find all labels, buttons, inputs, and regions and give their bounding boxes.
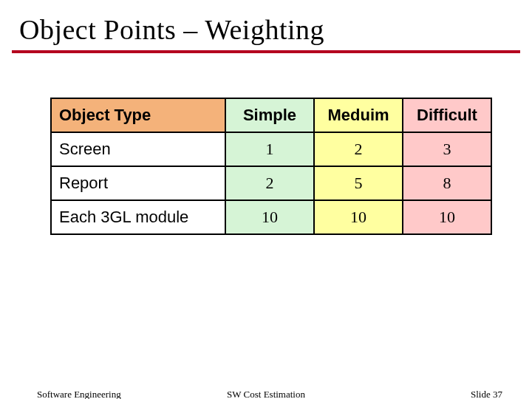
row-label: Each 3GL module <box>51 200 225 234</box>
title-underline <box>12 50 520 53</box>
cell-value: 1 <box>225 132 314 166</box>
row-label: Report <box>51 166 225 200</box>
col-header-difficult: Difficult <box>403 98 491 132</box>
slide-title: Object Points – Weighting <box>0 0 532 50</box>
cell-value: 2 <box>314 132 403 166</box>
cell-value: 10 <box>225 200 314 234</box>
slide: Object Points – Weighting Object Type Si… <box>0 0 532 399</box>
col-header-simple: Simple <box>225 98 314 132</box>
weighting-table-wrap: Object Type Simple Meduim Difficult Scre… <box>50 98 502 235</box>
cell-value: 8 <box>403 166 491 200</box>
cell-value: 3 <box>403 132 491 166</box>
footer-right: Slide 37 <box>471 389 502 399</box>
weighting-table: Object Type Simple Meduim Difficult Scre… <box>50 98 492 235</box>
cell-value: 10 <box>314 200 403 234</box>
table-header-row: Object Type Simple Meduim Difficult <box>51 98 491 132</box>
col-header-medium: Meduim <box>314 98 403 132</box>
footer-center: SW Cost Estimation <box>0 389 532 399</box>
row-label: Screen <box>51 132 225 166</box>
cell-value: 2 <box>225 166 314 200</box>
table-row: Report 2 5 8 <box>51 166 491 200</box>
col-header-object-type: Object Type <box>51 98 225 132</box>
table-row: Screen 1 2 3 <box>51 132 491 166</box>
cell-value: 10 <box>403 200 491 234</box>
table-row: Each 3GL module 10 10 10 <box>51 200 491 234</box>
cell-value: 5 <box>314 166 403 200</box>
